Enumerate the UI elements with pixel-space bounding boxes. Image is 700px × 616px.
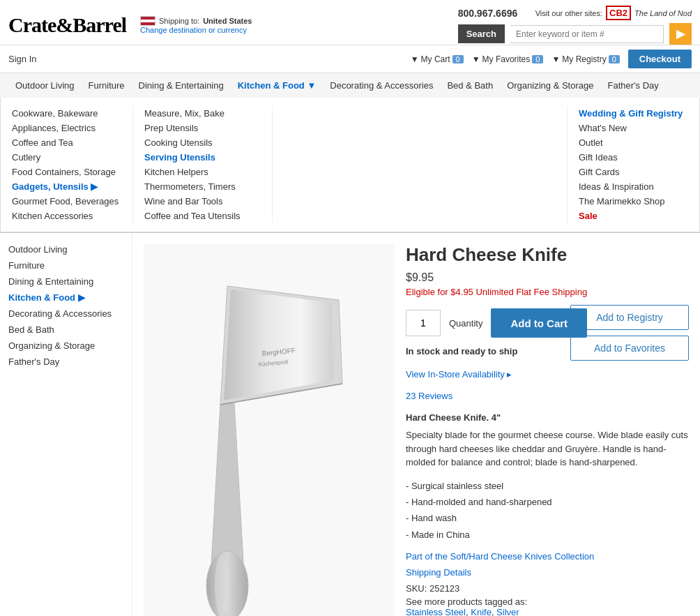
search-label: Search [458,24,505,43]
registry-arrow: ▼ [551,54,560,64]
sidebar-kitchen[interactable]: Kitchen & Food ▶ [8,290,123,306]
nav-decorating[interactable]: Decorating & Accessories [323,73,440,98]
add-to-cart-button[interactable]: Add to Cart [491,308,587,338]
product-details: Hard Cheese Knife $9.95 Eligible for $4.… [395,244,689,616]
mega-col-spacer [273,106,567,223]
mega-item-gadgets[interactable]: Gadgets, Utensils ▶ [12,179,121,194]
mega-item-prep[interactable]: Prep Utensils [144,121,261,135]
store-availability-link[interactable]: View In-Store Availability ▸ [406,369,689,380]
nav-bed[interactable]: Bed & Bath [440,73,500,98]
mega-item-serving[interactable]: Serving Utensils [144,150,261,165]
nav-organizing[interactable]: Organizing & Storage [500,73,600,98]
mega-item-kitchen-helpers[interactable]: Kitchen Helpers [144,165,261,179]
registry-count-badge: 0 [609,55,620,63]
mega-item-gift-ideas[interactable]: Gift Ideas [579,150,688,165]
nav-fathersday[interactable]: Father's Day [600,73,665,98]
sidebar-bed[interactable]: Bed & Bath [8,322,123,338]
other-sites: Visit our other sites: CB2 The Land of N… [535,6,692,20]
cart-arrow: ▼ [411,54,419,64]
mega-menu-dropdown: Cookware, Bakeware Appliances, Electrics… [0,98,700,232]
mega-item-registry[interactable]: Wedding & Gift Registry [579,106,688,121]
my-cart[interactable]: ▼ My Cart 0 [411,54,464,64]
mega-item-marimekko[interactable]: The Marimekko Shop [579,194,688,209]
shipping-change-link[interactable]: Change destination or currency [140,26,247,34]
sign-in-link[interactable]: Sign In [8,54,36,64]
nav-kitchen[interactable]: Kitchen & Food ▼ [231,73,324,98]
mega-item-new[interactable]: What's New [579,121,688,135]
nav-dining[interactable]: Dining & Entertaining [132,73,231,98]
phone-number: 800.967.6696 [458,8,518,19]
mega-col-1: Cookware, Bakeware Appliances, Electrics… [1,106,133,223]
mega-item-coffee[interactable]: Coffee and Tea [12,135,121,150]
add-to-favorites-button[interactable]: Add to Favorites [570,336,689,361]
nav-furniture[interactable]: Furniture [82,73,132,98]
shipping-promo: Eligible for $4.95 Unlimited Flat Fee Sh… [406,287,689,297]
sidebar-outdoor[interactable]: Outdoor Living [8,241,123,257]
logo[interactable]: Crate&Barrel [8,13,126,37]
product-title: Hard Cheese Knife [406,244,689,266]
mega-item-thermometers[interactable]: Thermometers, Timers [144,179,261,194]
reviews-link[interactable]: 23 Reviews [406,391,689,401]
checkout-button[interactable]: Checkout [628,50,692,68]
quantity-input[interactable] [406,310,441,336]
header-left: Crate&Barrel Shipping to: United States … [8,6,252,45]
tag-silver[interactable]: Silver [496,607,519,616]
my-registry[interactable]: ▼ My Registry 0 [551,54,619,64]
main-content: Outdoor Living Furniture Dining & Entert… [0,233,700,616]
site-header: Crate&Barrel Shipping to: United States … [0,0,700,45]
cart-count-badge: 0 [452,55,464,63]
sidebar-decorating[interactable]: Decorating & Accessories [8,306,123,322]
product-image-col: BergHOFF Küchenprofi [144,244,395,616]
quantity-area [406,310,441,336]
flag-icon [140,16,155,26]
sidebar-furniture[interactable]: Furniture [8,257,123,273]
shipping-label: Shipping to: [159,17,199,25]
product-description: Specialty blade for the gourmet cheese c… [406,428,689,469]
svg-point-5 [215,555,229,616]
mega-item-outlet[interactable]: Outlet [579,135,688,150]
mega-item-cookware[interactable]: Cookware, Bakeware [12,106,121,121]
product-image: BergHOFF Küchenprofi [144,244,395,616]
shipping-info: Shipping to: United States Change destin… [140,16,252,34]
mega-item-gourmet[interactable]: Gourmet Food, Beverages [12,194,121,209]
shipping-country[interactable]: United States [203,17,252,25]
mega-item-appliances[interactable]: Appliances, Electrics [12,121,121,135]
sidebar-fathersday[interactable]: Father's Day [8,354,123,370]
quantity-label: Quantity [449,318,482,329]
header-right: 800.967.6696 Visit our other sites: CB2 … [458,6,692,45]
mega-col-2: Measure, Mix, Bake Prep Utensils Cooking… [133,106,273,223]
left-sidebar: Outdoor Living Furniture Dining & Entert… [0,233,132,616]
mega-item-measure[interactable]: Measure, Mix, Bake [144,106,261,121]
mega-col-4: Wedding & Gift Registry What's New Outle… [567,106,699,223]
tag-knife[interactable]: Knife [471,607,492,616]
mega-item-kitchen-acc[interactable]: Kitchen Accessories [12,209,121,223]
main-nav: Outdoor Living Furniture Dining & Entert… [0,73,700,98]
nav-outdoor[interactable]: Outdoor Living [8,73,82,98]
add-to-registry-button[interactable]: Add to Registry [570,305,689,330]
mega-item-cutlery[interactable]: Cutlery [12,150,121,165]
shipping-details-link[interactable]: Shipping Details [406,567,689,578]
product-features: - Surgical stainless steel - Hand-molded… [406,478,689,543]
secondary-actions: Add to Registry Add to Favorites [570,305,689,361]
search-bar: Search ▶ [458,23,692,45]
sidebar-organizing[interactable]: Organizing & Storage [8,338,123,354]
search-input[interactable] [510,25,664,43]
product-desc-title: Hard Cheese Knife. 4" [406,412,689,423]
mega-item-cooking[interactable]: Cooking Utensils [144,135,261,150]
mega-item-ideas[interactable]: Ideas & Inspiration [579,179,688,194]
collection-link[interactable]: Part of the Soft/Hard Cheese Knives Coll… [406,551,689,562]
search-button[interactable]: ▶ [669,23,692,45]
favorites-count-badge: 0 [532,55,543,63]
cb2-logo[interactable]: CB2 [606,6,631,20]
mega-item-food-containers[interactable]: Food Containers, Storage [12,165,121,179]
my-favorites[interactable]: ▼ My Favorites 0 [472,54,544,64]
tag-stainless[interactable]: Stainless Steel [406,607,466,616]
mega-item-wine[interactable]: Wine and Bar Tools [144,194,261,209]
product-price: $9.95 [406,271,689,284]
sidebar-dining[interactable]: Dining & Entertaining [8,273,123,290]
product-tags: See more products tagged as: Stainless S… [406,596,689,616]
mega-item-gift-cards[interactable]: Gift Cards [579,165,688,179]
nod-logo[interactable]: The Land of Nod [634,9,692,17]
mega-item-coffee-tea[interactable]: Coffee and Tea Utensils [144,209,261,223]
mega-item-sale[interactable]: Sale [579,209,688,223]
